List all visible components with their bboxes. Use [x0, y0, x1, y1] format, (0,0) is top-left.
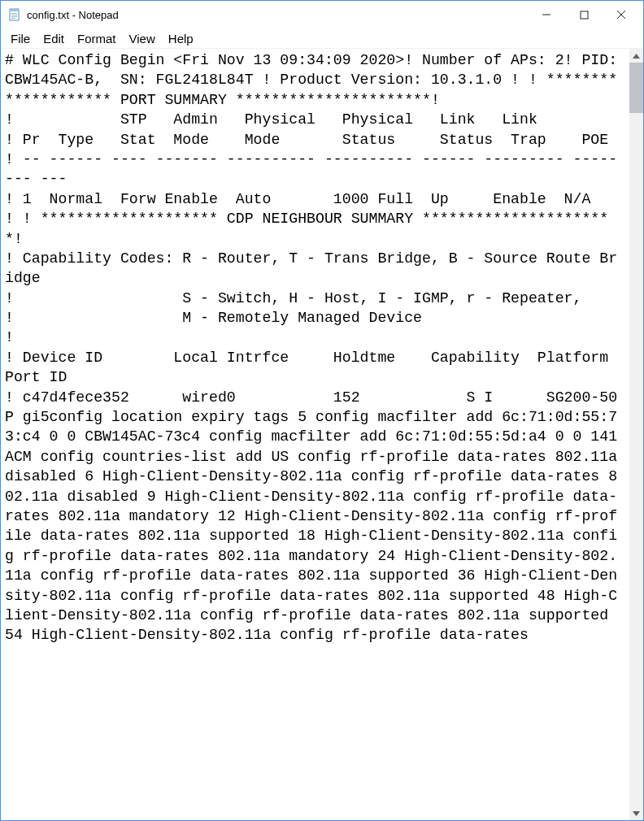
menubar: File Edit Format View Help — [1, 28, 643, 49]
menu-view[interactable]: View — [123, 30, 162, 47]
close-button[interactable] — [603, 2, 640, 27]
vertical-scrollbar[interactable] — [629, 49, 643, 820]
menu-edit[interactable]: Edit — [37, 30, 71, 47]
scroll-up-button[interactable] — [629, 49, 643, 63]
notepad-icon — [7, 7, 22, 22]
minimize-button[interactable] — [528, 2, 565, 27]
scrollbar-track[interactable] — [629, 63, 643, 806]
svg-marker-10 — [633, 54, 640, 59]
menu-format[interactable]: Format — [71, 30, 123, 47]
scroll-down-button[interactable] — [629, 806, 643, 820]
scrollbar-thumb[interactable] — [629, 63, 643, 113]
maximize-button[interactable] — [565, 2, 603, 27]
editor-text[interactable]: # WLC Config Begin <Fri Nov 13 09:34:09 … — [1, 49, 629, 820]
menu-file[interactable]: File — [4, 30, 37, 47]
content-area: # WLC Config Begin <Fri Nov 13 09:34:09 … — [1, 49, 643, 820]
svg-rect-7 — [581, 11, 588, 19]
menu-help[interactable]: Help — [162, 30, 200, 47]
svg-marker-11 — [633, 811, 640, 816]
window-title: config.txt - Notepad — [27, 9, 119, 21]
window-titlebar: config.txt - Notepad — [1, 1, 643, 28]
svg-rect-1 — [10, 9, 19, 11]
